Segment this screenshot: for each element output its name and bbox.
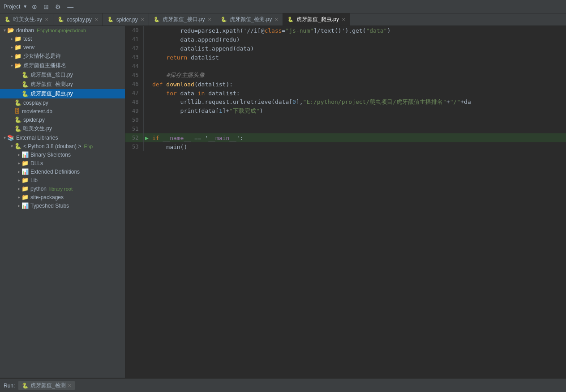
sidebar-item-bin-skel[interactable]: ▸📊Binary Skeletons xyxy=(0,150,125,159)
line-number: 50 xyxy=(125,115,143,124)
sidebar-item-site-packages[interactable]: ▸📁site-packages xyxy=(0,193,125,201)
sidebar-arrow-venv[interactable]: ▸ xyxy=(9,45,14,50)
line-number: 41 xyxy=(125,35,143,44)
sidebar-item-test[interactable]: ▸📁test xyxy=(0,34,125,43)
run-tab-label: 虎牙颜值_检测 xyxy=(30,382,66,389)
sidebar-arrow-douban[interactable]: ▾ xyxy=(2,28,7,33)
sidebar-item-lib[interactable]: ▸📁Lib xyxy=(0,176,125,184)
line-number: 48 xyxy=(125,98,143,107)
tab-close-4[interactable]: ✕ xyxy=(274,17,278,22)
tab-close-2[interactable]: ✕ xyxy=(141,17,144,22)
settings-icon[interactable]: ⚙ xyxy=(53,2,63,11)
run-tab[interactable]: 🐍 虎牙颜值_检测 ✕ xyxy=(18,381,75,390)
sidebar-item-ext-def[interactable]: ▸📊Extended Definitions xyxy=(0,167,125,176)
code-area: 40 redu=parse1.xpath('//i[@class="js-num… xyxy=(125,26,566,378)
layout-icon[interactable]: ⊞ xyxy=(42,2,51,11)
sidebar-icon-huya-detect: 🐍 xyxy=(21,81,29,88)
sidebar-item-huya-api[interactable]: 🐍虎牙颜值_接口.py xyxy=(0,70,125,80)
main-content: ▾📂doubanE:\python\project\doub▸📁test▸📁ve… xyxy=(0,26,566,378)
line-arrow xyxy=(143,142,150,151)
sidebar-item-huya-spider[interactable]: 🐍虎牙颜值_爬虫.py xyxy=(0,89,125,98)
sidebar-arrow-ext-def[interactable]: ▸ xyxy=(16,169,21,174)
sidebar-label-typeshed: Typeshed Stubs xyxy=(30,203,69,209)
tab-close-3[interactable]: ✕ xyxy=(208,17,211,22)
sidebar-arrow-bin-skel[interactable]: ▸ xyxy=(16,152,21,157)
sidebar-icon-spider: 🐍 xyxy=(14,116,21,123)
line-content: datalist.append(data) xyxy=(150,44,566,53)
tab-1[interactable]: 🐍cosplay.py✕ xyxy=(53,13,103,26)
table-row: 44 xyxy=(125,62,566,71)
tab-2[interactable]: 🐍spider.py✕ xyxy=(103,13,149,26)
sidebar-item-cosplay[interactable]: 🐍cosplay.py xyxy=(0,98,125,107)
sidebar-item-venv[interactable]: ▸📁venv xyxy=(0,43,125,51)
tab-3[interactable]: 🐍虎牙颜值_接口.py✕ xyxy=(149,13,216,26)
line-content: print(data[1]+"下载完成") xyxy=(150,107,566,115)
line-arrow xyxy=(143,62,150,71)
sidebar-item-python38[interactable]: ▾🐍< Python 3.8 (douban) >E:\p xyxy=(0,142,125,150)
sidebar-icon-huya-spider: 🐍 xyxy=(21,90,29,97)
sidebar-item-meinv[interactable]: 🐍唯美女生.py xyxy=(0,124,125,133)
sidebar-label-huya-detect: 虎牙颜值_检测.py xyxy=(30,81,73,88)
code-scroll[interactable]: 40 redu=parse1.xpath('//i[@class="js-num… xyxy=(125,26,566,378)
sidebar-item-douban[interactable]: ▾📂doubanE:\python\project\doub xyxy=(0,26,125,34)
line-arrow xyxy=(143,124,150,133)
sidebar-arrow-ext-lib[interactable]: ▾ xyxy=(2,135,7,140)
sidebar-item-huya-rank[interactable]: ▾📂虎牙颜值主播排名 xyxy=(0,61,125,70)
sidebar-arrow-girl[interactable]: ▸ xyxy=(9,54,14,59)
sidebar-item-spider[interactable]: 🐍spider.py xyxy=(0,115,125,124)
tab-0[interactable]: 🐍唯美女生.py✕ xyxy=(0,13,53,26)
tabs-bar: 🐍唯美女生.py✕🐍cosplay.py✕🐍spider.py✕🐍虎牙颜值_接口… xyxy=(0,13,566,26)
line-arrow xyxy=(143,98,150,107)
line-arrow xyxy=(143,26,150,35)
table-row: 48 urllib.request.urlretrieve(data[0],"E… xyxy=(125,98,566,107)
sidebar-item-huya-detect[interactable]: 🐍虎牙颜值_检测.py xyxy=(0,80,125,89)
sidebar-item-movietest[interactable]: 🗄movietest.db xyxy=(0,107,125,115)
sidebar-arrow-dlls[interactable]: ▸ xyxy=(16,161,21,166)
sidebar-arrow-test[interactable]: ▸ xyxy=(9,36,14,41)
sidebar-arrow-typeshed[interactable]: ▸ xyxy=(16,203,21,208)
project-label[interactable]: Project xyxy=(4,4,20,10)
sidebar-arrow-huya-rank[interactable]: ▾ xyxy=(9,63,14,68)
project-dropdown-icon[interactable]: ▼ xyxy=(23,4,27,9)
sidebar-label-spider: spider.py xyxy=(23,117,45,123)
sidebar-label-movietest: movietest.db xyxy=(22,108,52,115)
line-number: 49 xyxy=(125,107,143,115)
tab-close-0[interactable]: ✕ xyxy=(45,17,48,22)
sidebar-label-ext-def: Extended Definitions xyxy=(30,169,80,175)
tab-label-1: cosplay.py xyxy=(67,17,92,23)
sidebar-item-dlls[interactable]: ▸📁DLLs xyxy=(0,159,125,167)
tab-icon-1: 🐍 xyxy=(58,17,64,22)
table-row: 52▶if __name__ == '__main__': xyxy=(125,133,566,142)
run-tab-icon: 🐍 xyxy=(22,383,29,389)
table-row: 43 return datalist xyxy=(125,53,566,62)
tab-label-3: 虎牙颜值_接口.py xyxy=(163,16,205,23)
line-content xyxy=(150,115,566,124)
sidebar-arrow-lib[interactable]: ▸ xyxy=(16,178,21,183)
sidebar-item-girl[interactable]: ▸📁少女情怀总是诗 xyxy=(0,51,125,61)
sidebar-item-ext-lib[interactable]: ▾📚External Libraries xyxy=(0,133,125,142)
sidebar-label-bin-skel: Binary Skeletons xyxy=(30,152,71,158)
sidebar-item-python-lib[interactable]: ▸📁pythonlibrary root xyxy=(0,184,125,193)
line-arrow xyxy=(143,89,150,98)
tab-close-5[interactable]: ✕ xyxy=(342,17,345,22)
minimize-icon[interactable]: — xyxy=(65,2,75,11)
line-arrow xyxy=(143,35,150,44)
tab-4[interactable]: 🐍虎牙颜值_检测.py✕ xyxy=(216,13,283,26)
sidebar-arrow-site-packages[interactable]: ▸ xyxy=(16,195,21,200)
sidebar-item-typeshed[interactable]: ▸📊Typeshed Stubs xyxy=(0,201,125,210)
tab-close-1[interactable]: ✕ xyxy=(94,17,98,22)
line-content: urllib.request.urlretrieve(data[0],"E:/p… xyxy=(150,98,566,107)
sidebar-arrow-python38[interactable]: ▾ xyxy=(9,144,14,149)
code-table: 40 redu=parse1.xpath('//i[@class="js-num… xyxy=(125,26,566,151)
tab-icon-5: 🐍 xyxy=(287,17,294,22)
tab-icon-0: 🐍 xyxy=(4,17,11,22)
tab-5[interactable]: 🐍虎牙颜值_爬虫.py✕ xyxy=(283,13,350,26)
line-content: if __name__ == '__main__': xyxy=(150,133,566,142)
sidebar-icon-typeshed: 📊 xyxy=(21,202,29,209)
sidebar-arrow-python-lib[interactable]: ▸ xyxy=(16,186,21,191)
sidebar-icon-cosplay: 🐍 xyxy=(14,99,21,106)
sidebar-icon-movietest: 🗄 xyxy=(14,108,20,115)
line-arrow xyxy=(143,80,150,89)
run-tab-close[interactable]: ✕ xyxy=(68,383,71,388)
scope-icon[interactable]: ⊕ xyxy=(30,2,39,11)
